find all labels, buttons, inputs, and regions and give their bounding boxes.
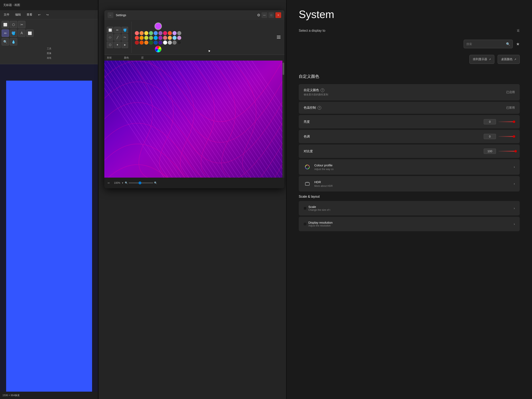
hdr-chevron: ›	[514, 182, 515, 186]
color-wheel-btn[interactable]	[155, 46, 161, 52]
contrast-slider[interactable]	[498, 151, 515, 152]
search-icon[interactable]: 🔍	[506, 42, 510, 46]
scrollbar-thumb[interactable]	[283, 63, 284, 75]
zoom-slider[interactable]	[129, 183, 153, 183]
eyedropper-tool[interactable]: 💧	[10, 38, 17, 45]
colour-profile-subtitle: Adjust the way co	[314, 168, 334, 171]
color-temp-value: 已禁用	[506, 106, 515, 110]
color-dot[interactable]	[172, 36, 177, 40]
crop-tool[interactable]: ✂	[18, 21, 25, 28]
text-tool[interactable]: A	[18, 30, 25, 37]
fill-btn[interactable]: 🪣	[121, 27, 128, 33]
redo-btn[interactable]: ↪	[44, 12, 51, 17]
menu-file[interactable]: 文件	[2, 12, 12, 17]
hue-slider[interactable]	[498, 136, 515, 137]
custom-color-info-icon[interactable]: ?	[321, 89, 324, 92]
color-dot[interactable]	[177, 36, 181, 40]
color-dot[interactable]	[149, 36, 153, 40]
menu-view[interactable]: 查看	[25, 12, 34, 17]
colour-profile-icon	[304, 163, 311, 171]
menu-edit[interactable]: 编辑	[13, 12, 23, 17]
zoom-in-icon[interactable]: 🔍	[154, 182, 157, 184]
star-tool[interactable]: ✦	[114, 42, 121, 48]
recent-label: 近	[517, 29, 520, 32]
fill-tool[interactable]: 🪣	[10, 30, 17, 37]
color-dot[interactable]	[135, 31, 139, 35]
color-dot[interactable]	[177, 31, 181, 35]
rect-tool[interactable]: ⬜	[107, 27, 113, 33]
color-dot[interactable]	[139, 40, 144, 44]
color-dot[interactable]	[168, 36, 172, 40]
zoom-tool[interactable]: 🔍	[2, 38, 9, 45]
image-label: 图像	[2, 52, 97, 55]
search-box[interactable]: 🔍	[464, 40, 513, 48]
color-dot[interactable]	[158, 36, 163, 40]
color-dot[interactable]	[154, 36, 158, 40]
right-header: System	[286, 0, 532, 25]
color-dot[interactable]	[163, 31, 167, 35]
undo-btn[interactable]: ↩	[36, 12, 43, 17]
color-dot[interactable]	[149, 31, 153, 35]
settings-content: 自定义颜色 自定义颜色 ? 修改显示器的颜色复制 已启用 色温控制 ? 已禁用	[286, 68, 532, 399]
color-dot[interactable]	[163, 40, 167, 44]
zoom-out-icon[interactable]: 🔍	[125, 182, 128, 184]
color-dot[interactable]	[135, 36, 139, 40]
custom-color-setting: 自定义颜色 ? 修改显示器的颜色复制 已启用	[299, 84, 520, 101]
color-dot[interactable]	[144, 40, 148, 44]
shape-tools: ⬜ ✏ 🪣 ⬭ ╱ 〜 ⬡ ✦ ➤	[107, 27, 128, 48]
contrast-value-box[interactable]: 100	[484, 149, 496, 154]
layer-button[interactable]	[276, 35, 281, 40]
right-subheader: Select a display to 近	[286, 25, 532, 37]
hdr-row[interactable]: HDR More about HDR ›	[299, 176, 520, 191]
brightness-slider[interactable]	[498, 121, 515, 122]
color-dot[interactable]	[158, 40, 163, 44]
desktop-color-btn[interactable]: 桌面颜色 ↗	[498, 55, 520, 64]
colour-profile-row[interactable]: Colour profile Adjust the way co ›	[299, 159, 520, 175]
hue-value-box[interactable]: 0	[484, 134, 496, 139]
color-dot[interactable]	[168, 40, 172, 44]
scale-text: Scale Change the size of t	[308, 205, 330, 211]
color-dot[interactable]	[158, 31, 163, 35]
curve-tool[interactable]: 〜	[121, 34, 128, 41]
color-dot[interactable]	[172, 40, 177, 44]
color-dot[interactable]	[149, 40, 153, 44]
select-tool[interactable]: ⬜	[2, 21, 9, 28]
eraser-tool[interactable]: ⬜	[26, 30, 34, 37]
color-dot[interactable]	[163, 36, 167, 40]
brightness-value-box[interactable]: 0	[484, 119, 496, 124]
close-button[interactable]: ✕	[275, 12, 281, 18]
display-res-chevron: ›	[514, 222, 515, 226]
search-input[interactable]	[466, 42, 504, 46]
line-tool[interactable]: ╱	[114, 34, 121, 41]
brightness-left: 亮度	[304, 120, 310, 124]
canvas-scrollbar[interactable]	[282, 61, 285, 177]
oval-tool[interactable]: ⬭	[107, 34, 113, 41]
bookmark-icon[interactable]: ★	[516, 42, 520, 46]
back-button[interactable]: ←	[108, 12, 113, 18]
pen-tool[interactable]: ✏	[114, 27, 121, 33]
arrange-displays-btn[interactable]: 排列显示器 ↗	[469, 55, 494, 64]
poly-tool[interactable]: ⬡	[107, 42, 113, 48]
lasso-tool[interactable]: ⬡	[10, 21, 17, 28]
color-dot[interactable]	[139, 36, 144, 40]
color-temp-info-icon[interactable]: ?	[317, 106, 321, 110]
pencil-tool[interactable]: ✏	[2, 30, 9, 37]
maximize-button[interactable]: □	[268, 12, 274, 18]
display-res-left: ⊟ Display resolution Adjust the resoluti…	[304, 221, 332, 227]
color-dot[interactable]	[172, 31, 177, 35]
color-dot[interactable]	[154, 40, 158, 44]
zoom-dropdown[interactable]: ▾	[122, 182, 123, 184]
desktop-color-label: 桌面颜色	[501, 57, 513, 61]
color-dot[interactable]	[177, 40, 181, 44]
primary-color-swatch[interactable]	[154, 23, 162, 30]
settings-gear-icon[interactable]: ⚙	[257, 13, 260, 17]
color-dot[interactable]	[168, 31, 172, 35]
minimize-button[interactable]: —	[261, 12, 267, 18]
color-dot[interactable]	[135, 40, 139, 44]
arrow-tool[interactable]: ➤	[121, 42, 128, 48]
color-dot[interactable]	[144, 36, 148, 40]
color-dot[interactable]	[139, 31, 144, 35]
color-dot[interactable]	[154, 31, 158, 35]
color-dot[interactable]	[144, 31, 148, 35]
crop-icon-btn[interactable]: ✂	[108, 182, 110, 184]
